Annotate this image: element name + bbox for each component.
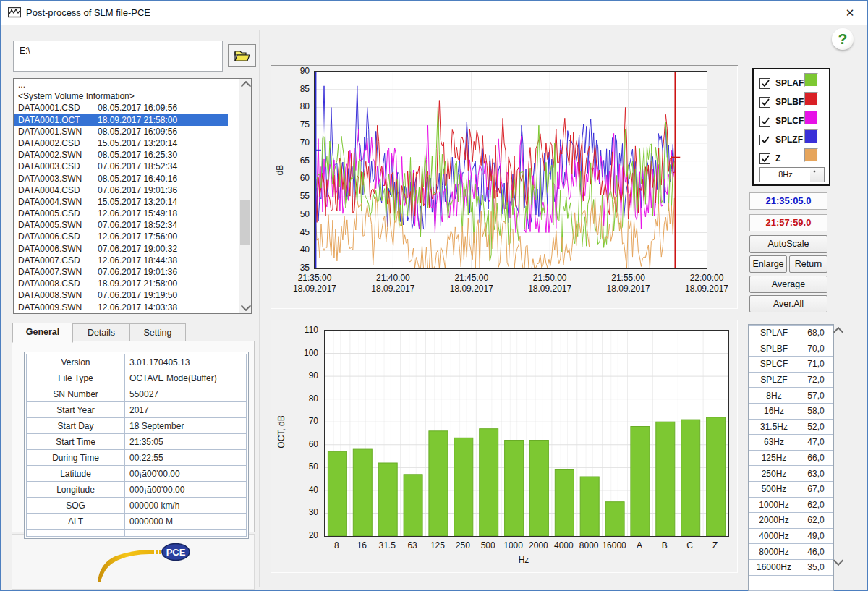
value-number: 67,0 <box>799 481 833 497</box>
checkbox-splcf[interactable] <box>760 116 770 127</box>
y-tick: 90 <box>289 370 318 380</box>
table-scroll-up-icon[interactable] <box>833 327 843 337</box>
browse-folder-button[interactable] <box>228 44 256 67</box>
scroll-up-icon[interactable] <box>241 81 251 91</box>
value-label: 1000Hz <box>749 497 799 513</box>
octave-spectrum-plot[interactable] <box>324 330 729 537</box>
x-tick-date: 18.09.2017 <box>293 284 336 294</box>
file-name: DATA0001.SWN <box>18 126 98 137</box>
checkbox-splaf[interactable] <box>760 78 770 89</box>
return-button[interactable]: Return <box>789 255 827 273</box>
info-row: File TypeOCTAVE Mode(Buffer) <box>27 370 247 386</box>
close-icon[interactable]: ✕ <box>842 6 858 20</box>
value-row: 250Hz63,0 <box>749 466 833 482</box>
list-item[interactable]: DATA0005.SWN07.06.2017 18:52:34 <box>14 219 251 231</box>
x-tick: C <box>677 540 702 550</box>
file-name: DATA0005.SWN <box>18 219 98 231</box>
scroll-down-icon[interactable] <box>241 301 251 311</box>
file-name: DATA0007.SWN <box>18 266 98 278</box>
info-row: SN Number550027 <box>27 386 247 402</box>
info-value: 000000 km/h <box>125 498 247 514</box>
file-list[interactable]: ...<System Volume Information>DATA0001.C… <box>13 78 252 314</box>
select-dropdown-button[interactable] <box>810 167 825 182</box>
list-item[interactable]: <System Volume Information> <box>14 90 251 102</box>
scrollbar-thumb[interactable] <box>240 200 250 245</box>
tab-details[interactable]: Details <box>72 323 130 342</box>
y-tick: 85 <box>281 84 310 94</box>
x-tick: 22:00:0018.09.2017 <box>674 273 739 294</box>
x-tick-date: 18.09.2017 <box>450 284 493 294</box>
color-swatch-splcf <box>804 111 818 124</box>
file-name: DATA0006.SWN <box>18 243 98 255</box>
legend-label: Z <box>775 153 780 163</box>
y-tick: 110 <box>289 325 318 335</box>
list-item[interactable]: DATA0003.SWN08.05.2017 16:40:16 <box>14 173 251 184</box>
x-tick-time: 21:45:00 <box>454 273 488 283</box>
checkbox-splbf[interactable] <box>760 97 770 108</box>
table-scroll-down-icon[interactable] <box>833 556 843 566</box>
list-item[interactable]: DATA0001.SWN08.05.2017 16:09:56 <box>14 126 251 137</box>
path-input[interactable]: E:\ <box>13 41 223 72</box>
file-name: DATA0003.CSD <box>18 161 98 172</box>
value-row: 125Hz66,0 <box>749 450 833 466</box>
y-tick: 35 <box>281 263 310 273</box>
list-item[interactable]: DATA0009.SWN12.06.2017 14:03:38 <box>14 302 251 313</box>
file-info-table-wrap: Version3.01.170405.13File TypeOCTAVE Mod… <box>24 352 249 539</box>
list-item[interactable]: DATA0006.CSD12.06.2017 17:56:00 <box>14 231 251 242</box>
tab-setting[interactable]: Setting <box>129 323 186 342</box>
question-mark-icon: ? <box>838 30 848 47</box>
tab-general[interactable]: General <box>12 323 73 343</box>
y-tick: 75 <box>281 119 310 129</box>
list-item[interactable]: DATA0005.CSD12.06.2017 15:49:18 <box>14 208 251 219</box>
list-item[interactable]: DATA0004.SWN15.05.2017 13:20:14 <box>14 196 251 208</box>
list-item[interactable]: DATA0001.CSD08.05.2017 16:09:56 <box>14 102 251 114</box>
x-tick: 21:45:0018.09.2017 <box>439 273 504 294</box>
list-item[interactable]: DATA0002.SWN08.05.2017 16:25:30 <box>14 149 251 161</box>
x-tick: 2000 <box>526 540 551 550</box>
info-label: SOG <box>27 498 125 514</box>
list-item[interactable]: DATA0006.SWN07.06.2017 19:00:32 <box>14 243 251 255</box>
legend-label: SPLZF <box>775 135 803 145</box>
checkbox-splzf[interactable] <box>760 135 770 145</box>
average-button[interactable]: Average <box>749 276 827 293</box>
autoscale-button[interactable]: AutoScale <box>749 235 827 253</box>
file-name: DATA0001.OCT <box>18 114 98 126</box>
value-label: 125Hz <box>749 450 799 466</box>
x-tick: 21:35:0018.09.2017 <box>282 273 347 294</box>
file-date: 07.06.2017 18:52:34 <box>98 161 177 172</box>
file-name: DATA0008.SWN <box>18 289 98 301</box>
bottom-chart-y-axis-label: OCT, dB <box>276 415 286 448</box>
list-item[interactable]: DATA0008.SWN07.06.2017 19:19:50 <box>14 289 251 301</box>
checkbox-z[interactable] <box>760 153 770 164</box>
help-button[interactable]: ? <box>832 28 854 50</box>
list-item[interactable]: ... <box>14 79 251 90</box>
list-item[interactable]: DATA0003.CSD07.06.2017 18:52:34 <box>14 161 251 172</box>
list-item[interactable]: DATA0004.CSD07.06.2017 19:01:36 <box>14 184 251 196</box>
value-row: 500Hz67,0 <box>749 481 833 497</box>
info-value <box>125 530 247 537</box>
file-date: 08.05.2017 16:25:30 <box>98 149 177 161</box>
time-history-plot[interactable] <box>314 71 707 269</box>
x-tick: 16000 <box>602 540 627 550</box>
file-name: DATA0001.CSD <box>18 102 98 114</box>
info-label <box>27 530 125 537</box>
list-item[interactable]: DATA0007.CSD12.06.2017 18:44:38 <box>14 255 251 266</box>
list-item[interactable]: DATA0008.CSD18.09.2017 21:58:00 <box>14 278 251 289</box>
file-list-scrollbar[interactable] <box>239 79 251 313</box>
x-tick: 1000 <box>501 540 526 550</box>
x-tick: Z <box>702 540 728 550</box>
value-row: SPLZF72,0 <box>749 372 833 388</box>
sample-rate-select[interactable]: 8Hz <box>760 167 812 182</box>
list-item[interactable]: DATA0002.CSD15.05.2017 13:20:14 <box>14 137 251 149</box>
value-row: 2000Hz62,0 <box>749 513 833 529</box>
value-number: 49,0 <box>799 528 833 544</box>
enlarge-button[interactable]: Enlarge <box>749 255 787 273</box>
y-tick: 90 <box>281 66 310 76</box>
average-all-button[interactable]: Aver.All <box>749 295 827 312</box>
list-item[interactable]: DATA0001.OCT18.09.2017 21:58:00 <box>14 114 228 126</box>
file-name: DATA0004.SWN <box>18 196 98 208</box>
legend-row-splaf: SPLAF <box>760 74 804 93</box>
file-date: 07.06.2017 19:00:32 <box>98 243 177 255</box>
value-label: 8Hz <box>749 388 799 404</box>
list-item[interactable]: DATA0007.SWN07.06.2017 19:01:36 <box>14 266 251 278</box>
